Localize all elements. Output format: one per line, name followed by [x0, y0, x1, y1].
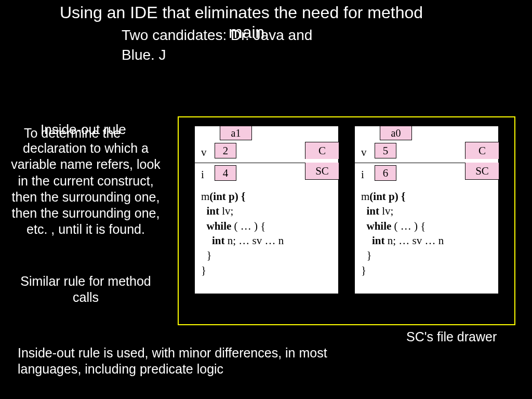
- object-a0-i-label: i: [361, 168, 364, 181]
- object-a1-i-label: i: [201, 168, 204, 181]
- object-a0-v-value: 5: [375, 143, 396, 158]
- object-a1-v-label: v: [201, 146, 207, 159]
- object-a0-sc-tag: SC: [465, 163, 499, 180]
- object-a0-v-label: v: [361, 146, 367, 159]
- object-a0-class-tag: C: [465, 142, 499, 159]
- slide: Using an IDE that eliminates the need fo…: [0, 0, 532, 399]
- m-label: m() { . . . }: [405, 303, 460, 318]
- title-line-1: Using an IDE that eliminates the need fo…: [60, 3, 423, 22]
- title-line-2: Two candidates: Dr. Java and: [122, 27, 312, 44]
- diagram-frame: a1 v 2 C i 4 SC m(int p) { int lv; while…: [178, 116, 515, 325]
- code-a1-sig-param: (int p) {: [209, 190, 245, 203]
- bottom-note: Inside-out rule is used, with minor diff…: [18, 345, 340, 378]
- code-a0-sig-param: (int p) {: [369, 190, 405, 203]
- object-a1-i-value: 4: [215, 165, 236, 181]
- rule-similar: Similar rule for method calls: [10, 273, 161, 306]
- object-a1-class-row: v 2 C: [195, 126, 338, 163]
- object-a0-sc-section: i 6 SC m(int p) { int lv; while ( … ) { …: [355, 163, 498, 281]
- sv-label: sv: [269, 303, 282, 318]
- object-a0-class-row: v 5 C: [355, 126, 498, 163]
- object-a1-code: m(int p) { int lv; while ( … ) { int n; …: [201, 189, 332, 277]
- code-a0-sig-m: m: [361, 190, 369, 203]
- object-a1: a1 v 2 C i 4 SC m(int p) { int lv; while…: [194, 126, 339, 294]
- file-drawer-caption: SC's file drawer: [406, 329, 497, 344]
- rule-body: declaration to which a variable name ref…: [10, 140, 161, 238]
- object-a0: a0 v 5 C i 6 SC m(int p) { int lv; while…: [354, 126, 499, 294]
- object-a1-class-tag: C: [305, 142, 339, 159]
- object-a1-sc-tag: SC: [305, 163, 339, 180]
- object-a1-sc-section: i 4 SC m(int p) { int lv; while ( … ) { …: [195, 163, 338, 281]
- object-a1-v-value: 2: [215, 143, 236, 158]
- object-a0-code: m(int p) { int lv; while ( … ) { int n; …: [361, 189, 492, 277]
- rule-overlap-text: To determine the: [24, 126, 121, 141]
- code-a1-sig-m: m: [201, 190, 209, 203]
- title-line-3: Blue. J: [122, 47, 166, 63]
- object-a0-i-value: 6: [375, 165, 396, 181]
